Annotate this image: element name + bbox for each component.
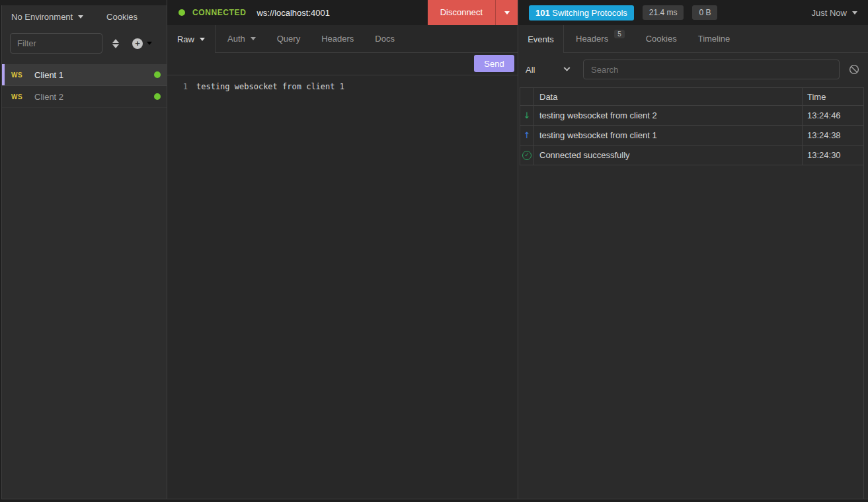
ws-method-badge: WS: [11, 93, 34, 101]
tab-response-headers-label: Headers: [576, 34, 608, 44]
send-row: Send: [167, 53, 518, 75]
chevron-down-icon: [564, 64, 571, 71]
cookies-button[interactable]: Cookies: [106, 12, 138, 22]
response-topbar: 101 Switching Protocols 21.4 ms 0 B Just…: [518, 0, 868, 25]
sidebar-header: No Environment Cookies: [2, 5, 167, 28]
event-data: Connected successfully: [534, 146, 803, 165]
plus-circle-icon: +: [132, 38, 143, 49]
sidebar-filter-row: +: [2, 28, 167, 59]
response-tabbar: Events Headers5 Cookies Timeline: [518, 25, 868, 53]
environment-label: No Environment: [11, 12, 73, 22]
tab-response-cookies[interactable]: Cookies: [635, 25, 688, 52]
sort-icon[interactable]: [112, 39, 119, 48]
time-column-header: Time: [803, 92, 863, 102]
response-size-badge: 0 B: [692, 5, 717, 20]
editor-text: testing websocket from client 1: [196, 80, 344, 93]
chevron-down-icon: [251, 37, 256, 40]
chevron-down-icon: [852, 11, 857, 15]
chevron-down-icon: [504, 11, 510, 15]
tab-response-cookies-label: Cookies: [646, 34, 677, 44]
arrow-up-icon: ↑: [520, 126, 534, 145]
request-tabs-rest: Auth Query Headers Docs: [216, 25, 518, 53]
connected-dot-icon: [154, 93, 161, 100]
response-time-badge: 21.4 ms: [643, 5, 684, 20]
filter-input[interactable]: [10, 33, 102, 54]
tab-events-label: Events: [528, 34, 554, 44]
status-text: Switching Protocols: [552, 8, 627, 18]
connected-status-dot-icon: [178, 9, 185, 16]
response-pane: 101 Switching Protocols 21.4 ms 0 B Just…: [518, 0, 868, 499]
tab-headers[interactable]: Headers: [311, 25, 364, 52]
status-badge[interactable]: 101 Switching Protocols: [529, 5, 634, 21]
sidebar-item-client-1[interactable]: WS Client 1: [2, 64, 167, 86]
headers-count-badge: 5: [614, 30, 625, 38]
status-code: 101: [535, 8, 550, 18]
connection-status-label: CONNECTED: [192, 8, 246, 17]
chevron-down-icon: [147, 42, 152, 45]
app-window: No Environment Cookies + WS Client 1: [0, 0, 868, 502]
tab-query[interactable]: Query: [266, 25, 311, 52]
response-tabs-rest: Headers5 Cookies Timeline: [564, 25, 868, 53]
event-data: testing websocket from client 1: [534, 126, 803, 145]
tab-auth-label: Auth: [227, 34, 245, 44]
editor-line: 1 testing websocket from client 1: [167, 80, 518, 93]
message-editor[interactable]: 1 testing websocket from client 1: [167, 75, 518, 499]
sidebar-item-client-2[interactable]: WS Client 2: [2, 86, 167, 108]
tab-response-headers[interactable]: Headers5: [565, 25, 635, 52]
events-area: Data Time ↓ testing websocket from clien…: [520, 87, 864, 499]
add-request-button[interactable]: +: [132, 38, 152, 49]
event-row[interactable]: ✓ Connected successfully 13:24:30: [520, 146, 863, 165]
ban-icon: [849, 64, 859, 75]
sort-down-triangle: [112, 44, 119, 48]
events-filter-row: All: [518, 53, 868, 83]
tab-timeline-label: Timeline: [698, 34, 730, 44]
websocket-url[interactable]: ws://localhost:4001: [256, 8, 330, 18]
recency-label: Just Now: [812, 8, 847, 18]
tab-raw-label: Raw: [177, 34, 194, 44]
clear-events-button[interactable]: [849, 64, 859, 75]
event-type-value: All: [526, 65, 535, 75]
chevron-down-icon: [78, 15, 83, 19]
event-time: 13:24:46: [803, 110, 863, 120]
sidebar: No Environment Cookies + WS Client 1: [1, 5, 167, 499]
ws-method-badge: WS: [11, 71, 34, 79]
events-table-header: Data Time: [520, 88, 863, 106]
request-name: Client 1: [34, 70, 63, 80]
disconnect-button[interactable]: Disconnect: [428, 0, 495, 25]
request-topbar: CONNECTED ws://localhost:4001 Disconnect: [167, 0, 518, 25]
environment-selector[interactable]: No Environment: [11, 12, 83, 22]
events-table: Data Time ↓ testing websocket from clien…: [520, 87, 863, 165]
arrow-down-icon: ↓: [520, 106, 534, 125]
data-column-header: Data: [534, 88, 803, 105]
event-time: 13:24:30: [803, 150, 863, 160]
check-circle-icon: ✓: [522, 151, 532, 160]
request-list: WS Client 1 WS Client 2: [2, 64, 167, 108]
event-data: testing websocket from client 2: [534, 106, 803, 125]
event-row[interactable]: ↑ testing websocket from client 1 13:24:…: [520, 126, 863, 146]
tab-docs[interactable]: Docs: [364, 25, 405, 52]
events-search-input[interactable]: [583, 60, 840, 79]
event-icon-cell: ✓: [520, 146, 534, 165]
event-type-select[interactable]: All: [526, 65, 569, 75]
request-pane: CONNECTED ws://localhost:4001 Disconnect…: [167, 0, 518, 499]
tab-events[interactable]: Events: [518, 25, 564, 53]
history-dropdown[interactable]: Just Now: [812, 8, 857, 18]
chevron-down-icon: [200, 38, 205, 41]
request-name: Client 2: [34, 92, 63, 102]
tab-raw[interactable]: Raw: [167, 25, 216, 53]
disconnect-split-button: Disconnect: [428, 0, 518, 25]
tab-docs-label: Docs: [375, 34, 395, 44]
disconnect-dropdown-button[interactable]: [496, 0, 518, 25]
tab-query-label: Query: [277, 34, 300, 44]
tab-timeline[interactable]: Timeline: [688, 25, 741, 52]
tab-auth[interactable]: Auth: [217, 25, 266, 52]
event-row[interactable]: ↓ testing websocket from client 2 13:24:…: [520, 106, 863, 126]
request-tabbar: Raw Auth Query Headers Docs: [167, 25, 518, 53]
tab-headers-label: Headers: [321, 34, 354, 44]
line-number: 1: [167, 80, 196, 93]
send-button[interactable]: Send: [474, 55, 514, 72]
connected-dot-icon: [154, 71, 161, 78]
icon-column-header: [520, 88, 534, 105]
event-time: 13:24:38: [803, 130, 863, 140]
sort-up-triangle: [112, 39, 119, 43]
